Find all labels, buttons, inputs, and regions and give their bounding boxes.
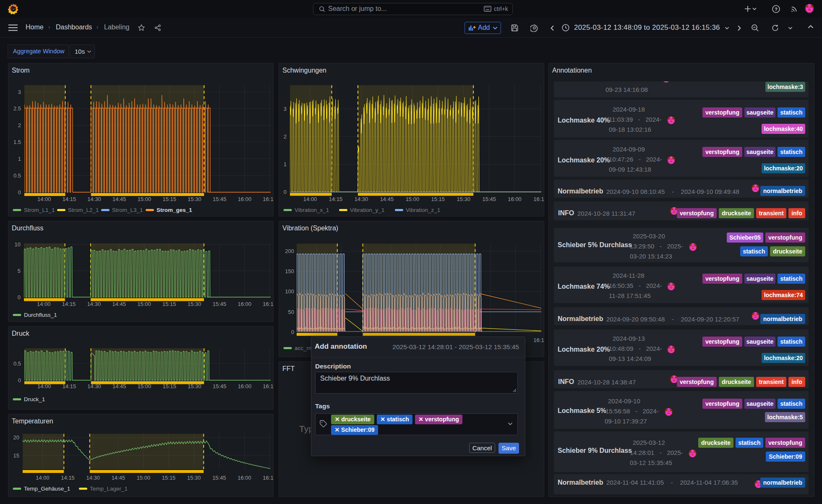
svg-text:15:30: 15:30 xyxy=(188,196,201,202)
svg-text:1: 1 xyxy=(284,161,287,167)
svg-text:15:00: 15:00 xyxy=(406,196,420,202)
svg-text:2: 2 xyxy=(18,122,21,128)
svg-text:14:30: 14:30 xyxy=(87,196,101,202)
svg-text:50: 50 xyxy=(288,309,294,315)
svg-text:15:30: 15:30 xyxy=(457,196,471,202)
svg-text:14:00: 14:00 xyxy=(37,383,51,389)
svg-text:15:00: 15:00 xyxy=(137,475,151,481)
svg-text:15:15: 15:15 xyxy=(431,196,445,202)
svg-text:16:15: 16:15 xyxy=(533,337,544,343)
svg-text:3: 3 xyxy=(18,89,21,95)
svg-text:2.5: 2.5 xyxy=(13,105,21,112)
svg-text:5: 5 xyxy=(18,268,21,274)
svg-text:15:15: 15:15 xyxy=(162,475,176,481)
svg-text:1: 1 xyxy=(18,156,21,162)
svg-text:16:00: 16:00 xyxy=(238,383,252,389)
svg-text:0: 0 xyxy=(18,294,21,300)
svg-text:15:15: 15:15 xyxy=(163,196,177,202)
svg-text:Durchfluss_1: Durchfluss_1 xyxy=(24,312,57,318)
svg-text:0: 0 xyxy=(291,329,294,335)
svg-text:200: 200 xyxy=(285,248,294,254)
svg-text:3: 3 xyxy=(284,106,287,112)
svg-text:16:00: 16:00 xyxy=(238,196,252,202)
svg-text:16:00: 16:00 xyxy=(238,301,252,307)
svg-text:15: 15 xyxy=(13,452,19,459)
svg-text:14:45: 14:45 xyxy=(112,301,126,307)
svg-text:16:00: 16:00 xyxy=(237,475,251,481)
svg-text:14:15: 14:15 xyxy=(62,301,76,307)
svg-text:1.5: 1.5 xyxy=(13,139,21,145)
svg-text:16:15: 16:15 xyxy=(533,196,544,202)
svg-text:16:00: 16:00 xyxy=(508,196,522,202)
svg-text:14:15: 14:15 xyxy=(63,383,76,389)
svg-text:20: 20 xyxy=(13,434,19,441)
svg-text:15:45: 15:45 xyxy=(213,383,227,389)
svg-text:0: 0 xyxy=(18,189,21,196)
svg-text:15:30: 15:30 xyxy=(188,383,201,389)
svg-text:0.5: 0.5 xyxy=(13,360,21,367)
svg-text:100: 100 xyxy=(285,288,294,295)
svg-text:14:00: 14:00 xyxy=(303,196,317,202)
svg-text:0.5: 0.5 xyxy=(13,172,21,179)
svg-text:14:45: 14:45 xyxy=(380,196,394,202)
svg-text:14:30: 14:30 xyxy=(355,196,368,202)
svg-text:14:00: 14:00 xyxy=(37,196,51,202)
svg-text:14:00: 14:00 xyxy=(37,301,51,307)
svg-text:15:45: 15:45 xyxy=(213,301,227,307)
svg-text:14:15: 14:15 xyxy=(329,196,343,202)
svg-text:14:30: 14:30 xyxy=(86,475,100,481)
svg-text:Vibration_x_1: Vibration_x_1 xyxy=(295,207,329,213)
svg-text:14:45: 14:45 xyxy=(112,383,126,389)
svg-text:Strom_L3_1: Strom_L3_1 xyxy=(112,207,143,213)
svg-text:Druck_1: Druck_1 xyxy=(24,396,45,402)
svg-text:150: 150 xyxy=(285,268,294,274)
svg-text:15:00: 15:00 xyxy=(137,301,151,307)
svg-text:14:30: 14:30 xyxy=(87,301,101,307)
svg-text:14:00: 14:00 xyxy=(36,475,50,481)
svg-text:2: 2 xyxy=(284,133,287,140)
svg-text:Temp_Gehäuse_1: Temp_Gehäuse_1 xyxy=(24,486,70,492)
svg-text:14:45: 14:45 xyxy=(112,196,126,202)
svg-text:15:45: 15:45 xyxy=(482,196,496,202)
svg-text:14:15: 14:15 xyxy=(61,475,75,481)
svg-text:15:30: 15:30 xyxy=(188,301,201,307)
svg-text:0: 0 xyxy=(18,377,21,384)
svg-text:Vibration_y_1: Vibration_y_1 xyxy=(350,207,384,213)
svg-text:16:15: 16:15 xyxy=(263,301,274,307)
svg-text:14:15: 14:15 xyxy=(63,196,76,202)
svg-text:?: ? xyxy=(775,7,778,12)
svg-text:15:45: 15:45 xyxy=(212,475,226,481)
svg-text:0: 0 xyxy=(284,189,287,195)
svg-text:15:30: 15:30 xyxy=(187,475,201,481)
svg-text:16:15: 16:15 xyxy=(263,383,274,389)
svg-text:Strom_L1_1: Strom_L1_1 xyxy=(24,207,55,213)
svg-text:14:30: 14:30 xyxy=(87,383,101,389)
svg-text:Strom_ges_1: Strom_ges_1 xyxy=(157,207,192,213)
svg-text:15:45: 15:45 xyxy=(213,196,227,202)
svg-text:15:00: 15:00 xyxy=(138,196,151,202)
svg-text:15:15: 15:15 xyxy=(162,301,176,307)
svg-text:15:15: 15:15 xyxy=(163,383,177,389)
svg-text:15:00: 15:00 xyxy=(138,383,151,389)
svg-text:14:45: 14:45 xyxy=(112,475,125,481)
svg-text:Vibration_z_1: Vibration_z_1 xyxy=(406,207,440,213)
svg-text:Strom_L2_1: Strom_L2_1 xyxy=(68,207,99,213)
svg-text:10: 10 xyxy=(15,241,21,248)
svg-text:16:15: 16:15 xyxy=(263,196,274,202)
svg-text:16:15: 16:15 xyxy=(263,475,274,481)
svg-text:Temp_Lager_1: Temp_Lager_1 xyxy=(90,486,128,492)
